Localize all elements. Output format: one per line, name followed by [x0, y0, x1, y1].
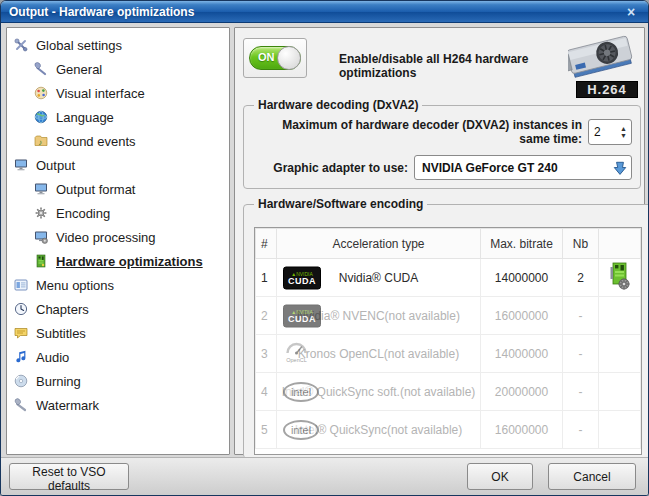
svg-text:♪: ♪: [38, 138, 42, 147]
max-bitrate: 14000000: [481, 335, 563, 373]
sidebar-item-label: Menu options: [36, 278, 114, 293]
sidebar-item-output-format[interactable]: Output format: [7, 177, 229, 201]
column-header-empty: #: [256, 229, 277, 259]
sidebar-item-label: Output format: [56, 182, 135, 197]
sidebar-item-output[interactable]: Output: [7, 153, 229, 177]
sidebar-item-chapters[interactable]: Chapters: [7, 297, 229, 321]
sidebar-item-label: Global settings: [36, 38, 122, 53]
sidebar-item-label: Output: [36, 158, 75, 173]
graphic-adapter-select[interactable]: NVIDIA GeForce GT 240: [414, 155, 632, 180]
nb-value: 2: [563, 259, 599, 297]
note-icon: [14, 350, 30, 364]
toggle-state-label: ON: [258, 51, 275, 63]
row-number: 3: [256, 335, 277, 373]
sidebar-item-label: Watermark: [36, 398, 99, 413]
column-header-max-bitrate: Max. bitrate: [481, 229, 563, 259]
nb-value: -: [563, 297, 599, 335]
nb-value: -: [563, 335, 599, 373]
monitor-icon: [34, 182, 50, 196]
sidebar-item-global-settings[interactable]: Global settings: [7, 33, 229, 57]
sidebar-item-hardware-optimizations[interactable]: Hardware optimizations: [7, 249, 229, 273]
column-header-empty: [599, 229, 641, 259]
reset-defaults-button[interactable]: Reset to VSO defaults: [9, 463, 129, 490]
max-instances-label: Maximum of hardware decoder (DXVA2) inst…: [252, 118, 582, 146]
sidebar-item-watermark[interactable]: Watermark: [7, 393, 229, 417]
sidebar-item-visual-interface[interactable]: Visual interface: [7, 81, 229, 105]
toggle-switch: ON: [249, 46, 301, 70]
h264-badge: H.264: [576, 81, 638, 98]
sidebar-item-language[interactable]: Language: [7, 105, 229, 129]
hardware-decoding-group: Hardware decoding (DxVA2) Maximum of har…: [243, 98, 641, 189]
acceleration-type: Intel® QuickSync(not available): [295, 423, 463, 437]
acceleration-type: Nvidia® CUDA: [339, 271, 419, 285]
sidebar-item-encoding[interactable]: Encoding: [7, 201, 229, 225]
footer-bar: Reset to VSO defaults OK Cancel: [1, 457, 648, 495]
subtitle-icon: [14, 326, 30, 340]
sound-folder-icon: ♪: [34, 134, 50, 148]
sidebar-item-burning[interactable]: Burning: [7, 369, 229, 393]
acceleration-type: Nvidia® NVENC(not available): [297, 309, 460, 323]
max-bitrate: 16000000: [481, 297, 563, 335]
disc-icon: [14, 374, 30, 388]
window-title: Output - Hardware optimizations: [9, 5, 194, 19]
adapter-label: Graphic adapter to use:: [273, 161, 408, 175]
max-bitrate: 16000000: [481, 411, 563, 449]
spinner-down-button[interactable]: ▼: [620, 132, 627, 139]
nvidia-cuda-logo: ▲NVIDIACUDA: [283, 304, 321, 327]
h264-master-toggle[interactable]: ON: [243, 38, 307, 78]
decoding-group-title: Hardware decoding (DxVA2): [254, 98, 422, 112]
table-row: 5intelIntel® QuickSync(not available)160…: [256, 411, 641, 449]
table-header-row: #Acceleration typeMax. bitrateNb: [256, 229, 641, 259]
gpu-card-image: H.264: [568, 32, 638, 98]
nvidia-cuda-logo: ▲NVIDIACUDA: [283, 266, 321, 289]
sidebar-item-video-processing[interactable]: Video processing: [7, 225, 229, 249]
sidebar-item-label: Sound events: [56, 134, 136, 149]
h264-toggle-row: ON Enable/disable all H264 hardware opti…: [241, 34, 638, 98]
main-panel: ON Enable/disable all H264 hardware opti…: [234, 27, 645, 455]
row-number: 5: [256, 411, 277, 449]
gpu-gear-icon[interactable]: [609, 262, 631, 293]
sidebar-item-menu-options[interactable]: Menu options: [7, 273, 229, 297]
column-header-nb: Nb: [563, 229, 599, 259]
sidebar-item-label: Language: [56, 110, 114, 125]
tools-icon: [14, 38, 30, 52]
chip-icon: [34, 254, 50, 268]
sidebar-item-label: Chapters: [36, 302, 89, 317]
wrench-icon: [34, 62, 50, 76]
nb-value: -: [563, 411, 599, 449]
intel-logo: intel: [283, 382, 319, 402]
table-row: 3OpenCLKronos OpenCL(not available)14000…: [256, 335, 641, 373]
spinner-arrows: ▲▼: [620, 125, 627, 139]
acceleration-type: Kronos OpenCL(not available): [298, 347, 459, 361]
gear-icon: [34, 206, 50, 220]
dropdown-arrow-icon: [612, 160, 628, 179]
sidebar-item-audio[interactable]: Audio: [7, 345, 229, 369]
sidebar-item-subtitles[interactable]: Subtitles: [7, 321, 229, 345]
intel-logo: intel: [283, 420, 319, 440]
globe-icon: [34, 110, 50, 124]
toggle-knob: [277, 46, 301, 70]
table-row[interactable]: 1▲NVIDIACUDANvidia® CUDA140000002: [256, 259, 641, 297]
sidebar-item-general[interactable]: General: [7, 57, 229, 81]
max-bitrate: 14000000: [481, 259, 563, 297]
sidebar-item-sound-events[interactable]: ♪Sound events: [7, 129, 229, 153]
table-row: 4intelIntel® QuickSync soft.(not availab…: [256, 373, 641, 411]
encoding-table: #Acceleration typeMax. bitrateNb 1▲NVIDI…: [254, 227, 642, 455]
max-bitrate: 20000000: [481, 373, 563, 411]
monitor-icon: [14, 158, 30, 172]
ok-button[interactable]: OK: [467, 463, 533, 490]
instances-spinner[interactable]: 2 ▲▼: [588, 119, 632, 145]
instances-value: 2: [594, 125, 601, 139]
watermark-icon: [14, 398, 30, 412]
table-row: 2▲NVIDIACUDANvidia® NVENC(not available)…: [256, 297, 641, 335]
spinner-up-button[interactable]: ▲: [620, 125, 627, 132]
row-number: 2: [256, 297, 277, 335]
adapter-value: NVIDIA GeForce GT 240: [422, 161, 558, 175]
row-number: 4: [256, 373, 277, 411]
clock-icon: [14, 302, 30, 316]
close-icon[interactable]: ×: [622, 5, 640, 19]
cancel-button[interactable]: Cancel: [548, 463, 636, 490]
title-bar[interactable]: Output - Hardware optimizations ×: [1, 1, 648, 23]
dialog-window: Output - Hardware optimizations × Global…: [0, 0, 649, 496]
sidebar-item-label: Burning: [36, 374, 81, 389]
